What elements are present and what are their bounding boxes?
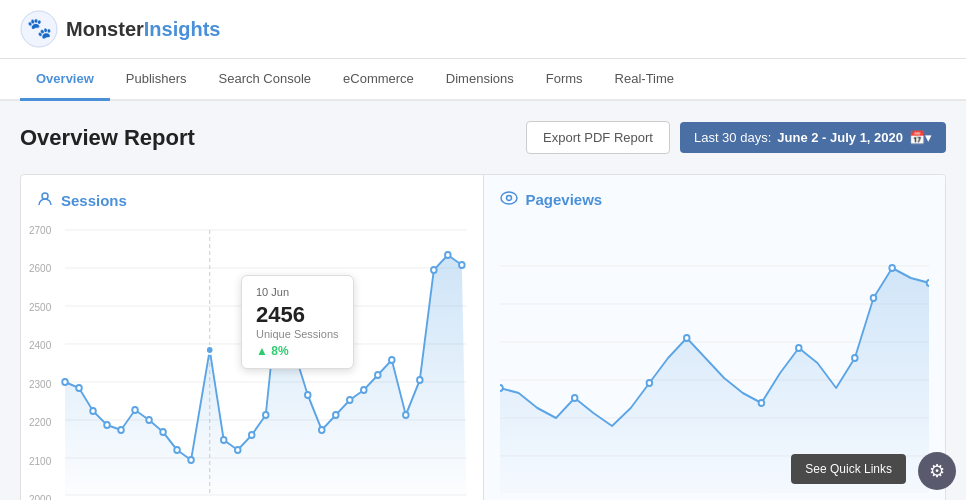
main-content: Overview Report Export PDF Report Last 3… (0, 101, 966, 500)
svg-point-58 (926, 280, 929, 286)
nav-item-overview[interactable]: Overview (20, 59, 110, 101)
svg-point-36 (403, 412, 409, 418)
svg-point-15 (104, 422, 110, 428)
svg-point-29 (305, 392, 311, 398)
report-header: Overview Report Export PDF Report Last 3… (20, 121, 946, 154)
pageviews-label: Pageviews (526, 191, 603, 208)
y-axis-labels: 2700 2600 2500 2400 2300 2200 2100 2000 (29, 225, 51, 500)
date-range-button[interactable]: Last 30 days: June 2 - July 1, 2020 📅▾ (680, 122, 946, 153)
svg-point-22 (206, 346, 213, 354)
svg-point-33 (361, 387, 367, 393)
svg-point-18 (146, 417, 152, 423)
svg-point-30 (319, 427, 325, 433)
tooltip-label: Unique Sessions (256, 328, 339, 340)
date-range-prefix: Last 30 days: (694, 130, 771, 145)
svg-point-55 (852, 355, 858, 361)
logo: 🐾 MonsterInsights (20, 10, 220, 48)
sessions-label: Sessions (61, 192, 127, 209)
svg-point-51 (646, 380, 652, 386)
svg-point-52 (683, 335, 689, 341)
logo-icon: 🐾 (20, 10, 58, 48)
arrow-up-icon: ▲ (256, 344, 268, 358)
calendar-icon: 📅▾ (909, 130, 932, 145)
nav-item-forms[interactable]: Forms (530, 59, 599, 101)
date-range-value: June 2 - July 1, 2020 (777, 130, 903, 145)
svg-point-49 (500, 385, 503, 391)
report-actions: Export PDF Report Last 30 days: June 2 -… (526, 121, 946, 154)
pageviews-panel: Pageviews (484, 175, 946, 500)
sessions-panel: Sessions 2700 2600 2500 2400 2300 2200 2… (21, 175, 484, 500)
svg-point-16 (118, 427, 124, 433)
svg-point-26 (263, 412, 269, 418)
charts-container: Sessions 2700 2600 2500 2400 2300 2200 2… (20, 174, 946, 500)
svg-point-41 (501, 192, 517, 204)
nav-item-ecommerce[interactable]: eCommerce (327, 59, 430, 101)
svg-point-19 (160, 429, 166, 435)
svg-point-21 (188, 457, 194, 463)
svg-point-13 (76, 385, 82, 391)
svg-point-35 (389, 357, 395, 363)
tooltip-date: 10 Jun (256, 286, 339, 298)
svg-point-2 (42, 193, 48, 199)
header: 🐾 MonsterInsights (0, 0, 966, 59)
svg-point-53 (758, 400, 764, 406)
svg-point-31 (333, 412, 339, 418)
nav-item-publishers[interactable]: Publishers (110, 59, 203, 101)
svg-point-14 (90, 408, 96, 414)
quick-links-button[interactable]: See Quick Links (791, 454, 906, 484)
svg-point-37 (417, 377, 423, 383)
svg-text:🐾: 🐾 (27, 16, 52, 40)
nav-item-search-console[interactable]: Search Console (203, 59, 328, 101)
tooltip-value: 2456 (256, 302, 339, 328)
svg-point-34 (375, 372, 381, 378)
svg-point-20 (174, 447, 180, 453)
sessions-icon (37, 191, 53, 210)
page-title: Overview Report (20, 125, 195, 151)
settings-icon: ⚙ (929, 460, 945, 482)
settings-button[interactable]: ⚙ (918, 452, 956, 490)
export-pdf-button[interactable]: Export PDF Report (526, 121, 670, 154)
svg-point-54 (795, 345, 801, 351)
svg-point-17 (132, 407, 138, 413)
svg-point-57 (889, 265, 895, 271)
svg-point-42 (506, 196, 511, 201)
pageviews-icon (500, 191, 518, 208)
nav-item-dimensions[interactable]: Dimensions (430, 59, 530, 101)
pageviews-title: Pageviews (500, 191, 930, 208)
svg-point-56 (870, 295, 876, 301)
svg-point-38 (431, 267, 437, 273)
svg-point-23 (221, 437, 227, 443)
svg-point-50 (571, 395, 577, 401)
chart-tooltip: 10 Jun 2456 Unique Sessions ▲ 8% (241, 275, 354, 369)
svg-point-25 (249, 432, 255, 438)
sessions-title: Sessions (37, 191, 467, 210)
nav: Overview Publishers Search Console eComm… (0, 59, 966, 101)
logo-text: MonsterInsights (66, 18, 220, 41)
svg-point-39 (445, 252, 451, 258)
nav-item-realtime[interactable]: Real-Time (599, 59, 690, 101)
svg-point-24 (235, 447, 241, 453)
svg-point-40 (459, 262, 465, 268)
svg-point-32 (347, 397, 353, 403)
tooltip-change: ▲ 8% (256, 344, 339, 358)
svg-point-12 (62, 379, 68, 385)
